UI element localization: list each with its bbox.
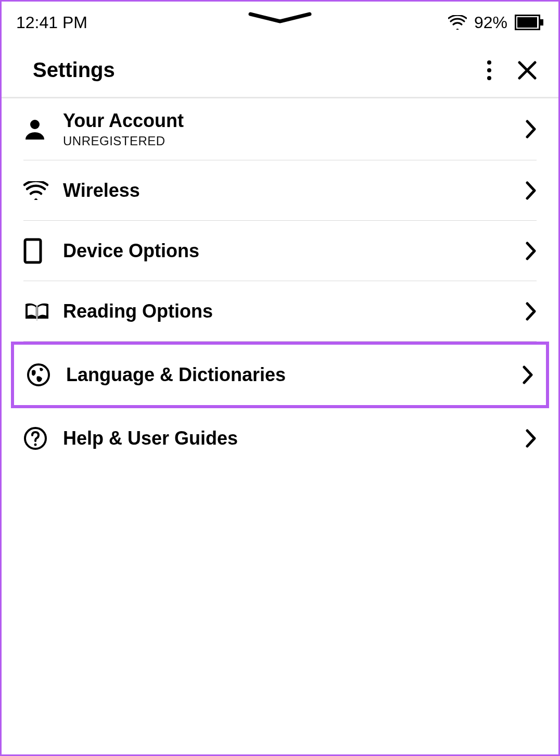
svg-rect-1 — [517, 17, 537, 28]
wifi-icon — [448, 15, 467, 30]
svg-point-4 — [487, 68, 491, 72]
chevron-right-icon — [525, 181, 537, 200]
person-icon — [23, 118, 63, 141]
settings-list: Your Account UNREGISTERED Wireless — [2, 98, 558, 469]
row-title: Language & Dictionaries — [66, 364, 522, 386]
book-icon — [23, 301, 63, 322]
chevron-right-icon — [525, 241, 537, 261]
close-button[interactable] — [517, 60, 538, 81]
row-your-account[interactable]: Your Account UNREGISTERED — [23, 98, 537, 160]
wifi-icon — [23, 181, 63, 200]
svg-rect-2 — [540, 19, 543, 26]
row-title: Your Account — [63, 110, 525, 132]
page-title: Settings — [33, 58, 487, 82]
svg-point-10 — [34, 444, 37, 446]
row-title: Help & User Guides — [63, 427, 525, 449]
row-help-user-guides[interactable]: Help & User Guides — [23, 408, 537, 469]
row-title: Reading Options — [63, 300, 525, 322]
status-time: 12:41 PM — [16, 13, 87, 32]
chevron-right-icon — [525, 119, 537, 139]
chevron-right-icon — [525, 429, 537, 448]
svg-point-8 — [28, 364, 49, 385]
chevron-right-icon — [525, 301, 537, 321]
row-title: Wireless — [63, 180, 525, 201]
svg-rect-7 — [25, 240, 41, 262]
help-icon — [23, 426, 63, 450]
row-device-options[interactable]: Device Options — [23, 221, 537, 281]
more-menu-button[interactable] — [487, 60, 492, 81]
svg-point-5 — [487, 76, 491, 80]
row-language-dictionaries[interactable]: Language & Dictionaries — [27, 345, 533, 405]
tablet-icon — [23, 238, 63, 264]
settings-header: Settings — [2, 43, 558, 98]
svg-point-3 — [487, 60, 491, 65]
battery-icon — [515, 15, 544, 30]
row-reading-options[interactable]: Reading Options — [23, 281, 537, 342]
pulldown-handle[interactable] — [246, 11, 314, 26]
row-title: Device Options — [63, 240, 525, 262]
row-language-highlight: Language & Dictionaries — [11, 342, 549, 408]
chevron-right-icon — [522, 365, 533, 385]
globe-icon — [27, 363, 66, 387]
row-wireless[interactable]: Wireless — [23, 160, 537, 221]
svg-point-6 — [30, 120, 40, 129]
row-subtitle: UNREGISTERED — [63, 134, 525, 148]
battery-percent: 92% — [474, 13, 507, 32]
